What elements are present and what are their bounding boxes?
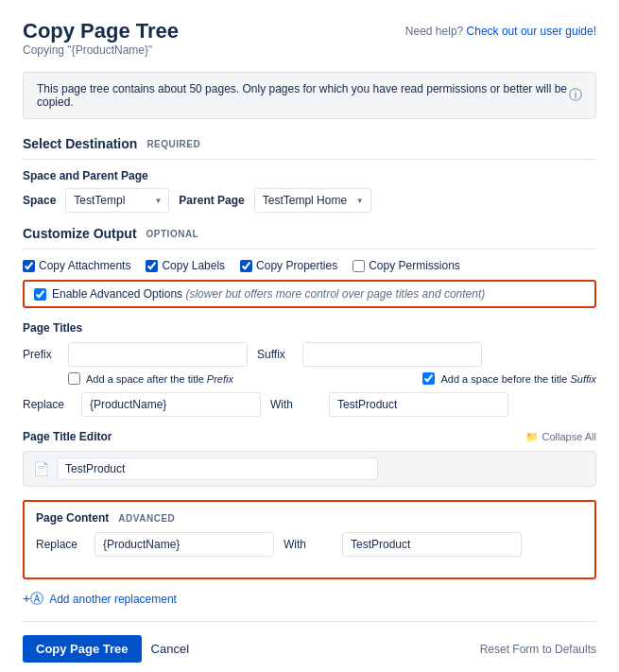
info-banner: This page tree contains about 50 pages. … (23, 72, 596, 119)
add-space-suffix-item: Add a space before the title Suffix (422, 372, 596, 385)
copy-permissions-label: Copy Permissions (369, 259, 460, 272)
copy-attachments-label: Copy Attachments (39, 259, 130, 272)
prefix-input[interactable] (68, 342, 248, 367)
add-space-prefix-text: Add a space after the title Prefix (86, 373, 233, 385)
prefix-label: Prefix (23, 348, 59, 361)
replace-input[interactable] (81, 392, 261, 417)
add-space-prefix-item: Add a space after the title Prefix (68, 372, 233, 385)
parent-page-select[interactable]: TestTempl Home (254, 188, 371, 213)
content-replace-input[interactable] (95, 532, 274, 557)
space-parent-row: Space TestTempl Parent Page TestTempl Ho… (23, 188, 596, 213)
add-icon: +Ⓐ (23, 591, 43, 608)
add-space-prefix-checkbox[interactable] (68, 372, 80, 385)
add-replacement-label: Add another replacement (49, 593, 177, 606)
customize-output-title: Customize Output (23, 226, 137, 241)
page-header: Copy Page Tree Copying "{ProductName}" N… (23, 19, 596, 68)
copy-permissions-item: Copy Permissions (352, 259, 460, 272)
space-select[interactable]: TestTempl (65, 188, 169, 213)
page-doc-icon: 📄 (33, 461, 49, 476)
add-space-suffix-checkbox[interactable] (422, 372, 435, 385)
select-destination-title: Select Destination (23, 136, 137, 151)
copy-labels-item: Copy Labels (146, 259, 225, 272)
editor-header: Page Title Editor 📁 Collapse All (23, 430, 596, 443)
editor-page-input[interactable] (57, 457, 378, 480)
select-destination-header: Select Destination REQUIRED (23, 136, 596, 160)
advanced-options-row: Enable Advanced Options (slower but offe… (23, 280, 596, 308)
prefix-suffix-row: Prefix Suffix (23, 342, 596, 367)
replace-with-row: Replace With (23, 392, 596, 417)
page-title-editor-section: Page Title Editor 📁 Collapse All 📄 (23, 430, 596, 487)
help-area: Need help? Check out our user guide! (405, 25, 596, 38)
help-text: Need help? (405, 25, 463, 38)
content-replace-label: Replace (36, 538, 85, 551)
parent-page-label: Parent Page (179, 194, 244, 207)
page-content-section: Page Content ADVANCED Replace With (23, 500, 596, 579)
page-title: Copy Page Tree (23, 19, 179, 43)
help-link[interactable]: Check out our user guide! (467, 25, 596, 38)
footer-left: Copy Page Tree Cancel (23, 635, 189, 663)
space-label: Space (23, 194, 56, 207)
editor-row: 📄 (23, 451, 596, 487)
info-banner-text: This page tree contains about 50 pages. … (37, 82, 569, 109)
parent-page-select-wrapper: TestTempl Home (254, 188, 371, 213)
enable-advanced-checkbox[interactable] (34, 288, 46, 301)
page-titles-section: Page Titles Prefix Suffix Add a space af… (23, 321, 596, 417)
copy-labels-label: Copy Labels (162, 259, 225, 272)
copy-labels-checkbox[interactable] (146, 260, 158, 272)
advanced-badge: ADVANCED (118, 513, 175, 524)
info-icon[interactable]: ⓘ (569, 87, 582, 104)
footer-row: Copy Page Tree Cancel Reset Form to Defa… (23, 621, 596, 663)
copy-permissions-checkbox[interactable] (352, 260, 365, 272)
replace-label: Replace (23, 398, 72, 411)
customize-output-badge: OPTIONAL (146, 229, 199, 239)
copy-properties-item: Copy Properties (240, 259, 337, 272)
add-replacement-row[interactable]: +Ⓐ Add another replacement (23, 591, 596, 608)
add-space-suffix-text: Add a space before the title Suffix (440, 373, 596, 385)
customize-output-section: Customize Output OPTIONAL Copy Attachmen… (23, 226, 596, 308)
collapse-all-button[interactable]: 📁 Collapse All (525, 431, 596, 443)
space-parent-group: Space and Parent Page Space TestTempl Pa… (23, 169, 596, 213)
suffix-label: Suffix (257, 348, 293, 361)
folder-icon: 📁 (525, 431, 539, 443)
add-space-row: Add a space after the title Prefix Add a… (23, 372, 596, 385)
copy-attachments-checkbox[interactable] (23, 260, 35, 272)
with-label: With (270, 398, 319, 411)
options-checkbox-row: Copy Attachments Copy Labels Copy Proper… (23, 259, 596, 272)
select-destination-badge: REQUIRED (146, 139, 200, 149)
copy-properties-checkbox[interactable] (240, 260, 252, 272)
customize-output-header: Customize Output OPTIONAL (23, 226, 596, 250)
space-parent-label: Space and Parent Page (23, 169, 596, 182)
with-input[interactable] (329, 392, 508, 417)
page-titles-label: Page Titles (23, 321, 596, 335)
page-subtitle: Copying "{ProductName}" (23, 43, 179, 57)
page-wrapper: Copy Page Tree Copying "{ProductName}" N… (0, 0, 619, 672)
enable-advanced-label: Enable Advanced Options (slower but offe… (52, 287, 485, 301)
copy-properties-label: Copy Properties (256, 259, 337, 272)
suffix-input[interactable] (302, 342, 482, 367)
space-select-wrapper: TestTempl (65, 188, 169, 213)
cancel-button[interactable]: Cancel (151, 635, 189, 663)
content-with-label: With (284, 538, 333, 551)
copy-attachments-item: Copy Attachments (23, 259, 130, 272)
page-content-title: Page Content (36, 511, 109, 525)
content-with-input[interactable] (342, 532, 522, 557)
editor-title: Page Title Editor (23, 430, 112, 443)
page-content-header: Page Content ADVANCED (36, 511, 583, 525)
reset-form-button[interactable]: Reset Form to Defaults (480, 643, 596, 656)
page-title-area: Copy Page Tree Copying "{ProductName}" (23, 19, 179, 68)
content-replace-with-row: Replace With (36, 532, 583, 557)
copy-page-tree-button[interactable]: Copy Page Tree (23, 635, 142, 663)
